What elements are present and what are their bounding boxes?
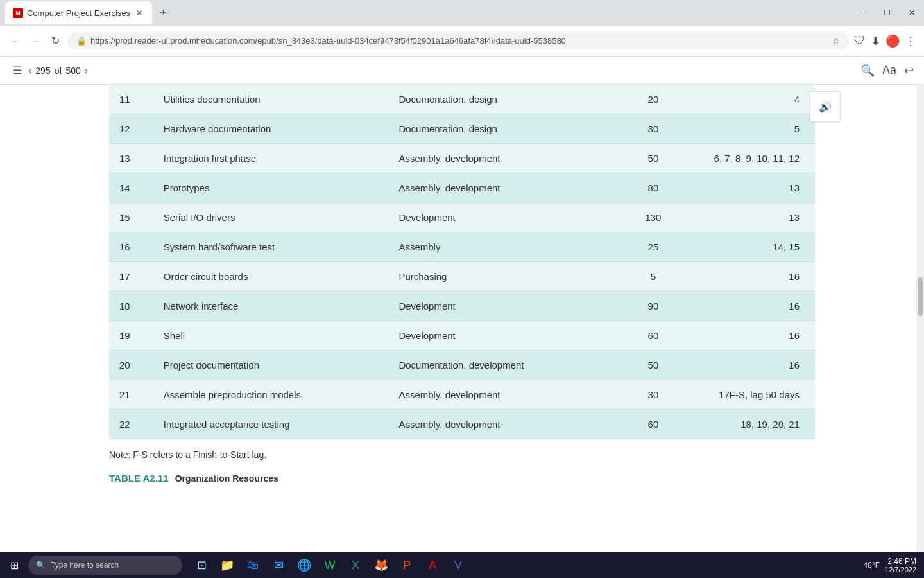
table-row: 18 Network interface Development 90 16	[109, 292, 815, 321]
profile-icon[interactable]: 🔴	[886, 34, 900, 48]
scrollbar[interactable]	[916, 85, 924, 552]
cell-num: 16	[109, 232, 153, 262]
taskbar-app-file-explorer[interactable]: 📁	[216, 554, 239, 577]
start-button[interactable]: ⊞	[3, 554, 26, 577]
cell-pred: 6, 7, 8, 9, 10, 11, 12	[683, 144, 815, 173]
maximize-button[interactable]: ☐	[880, 7, 894, 19]
taskbar-temp: 48°F	[864, 561, 880, 570]
taskbar-app-powerpoint[interactable]: P	[395, 554, 418, 577]
taskbar-time-value: 2:46 PM	[885, 557, 916, 566]
cell-time: 30	[624, 114, 683, 144]
table-row: 17 Order circuit boards Purchasing 5 16	[109, 262, 815, 292]
tab-title: Computer Project Exercises	[27, 8, 130, 18]
toc-button[interactable]: ☰	[10, 62, 24, 79]
cell-num: 14	[109, 173, 153, 203]
next-page-button[interactable]: ›	[85, 65, 88, 76]
content-area: 🔊 11 Utilities documentation Documentati…	[83, 85, 841, 496]
taskbar-app-word[interactable]: W	[318, 554, 341, 577]
note-text: Note: F-S refers to a Finish-to-Start la…	[109, 450, 815, 460]
cell-num: 21	[109, 380, 153, 410]
taskbar-search[interactable]: 🔍 Type here to search	[28, 556, 182, 575]
table-label: TABLE A2.11	[109, 473, 169, 484]
security-icon: 🔒	[76, 36, 87, 46]
cell-num: 12	[109, 114, 153, 144]
cell-name: Serial I/O drivers	[153, 203, 389, 232]
cell-time: 5	[624, 262, 683, 292]
cell-name: Shell	[153, 321, 389, 351]
cell-dept: Documentation, design	[388, 114, 624, 144]
back-button[interactable]: ←	[8, 33, 23, 49]
cell-dept: Documentation, development	[388, 351, 624, 380]
table-desc: Organization Resources	[175, 473, 278, 484]
cell-num: 11	[109, 85, 153, 114]
close-button[interactable]: ✕	[905, 7, 919, 19]
cell-pred: 5	[683, 114, 815, 144]
taskbar-search-icon: 🔍	[36, 561, 46, 570]
tab-close-button[interactable]: ✕	[134, 6, 144, 19]
taskbar-app-mail[interactable]: ✉	[267, 554, 290, 577]
reader-search-icon[interactable]: 🔍	[860, 64, 875, 78]
audio-button[interactable]: 🔊	[810, 91, 841, 122]
new-tab-button[interactable]: +	[155, 4, 172, 22]
cell-time: 60	[624, 321, 683, 351]
address-box[interactable]: 🔒 https://prod.reader-ui.prod.mheducatio…	[67, 32, 849, 49]
cell-time: 90	[624, 292, 683, 321]
back-navigation-icon[interactable]: ↩	[904, 64, 914, 78]
browser-tab[interactable]: M Computer Project Exercises ✕	[5, 1, 152, 24]
page-current: 295	[35, 66, 50, 76]
cell-pred: 14, 15	[683, 232, 815, 262]
cell-pred: 16	[683, 321, 815, 351]
cell-num: 15	[109, 203, 153, 232]
cell-name: Utilities documentation	[153, 85, 389, 114]
taskbar-app-visio[interactable]: V	[447, 554, 470, 577]
taskbar-search-placeholder: Type here to search	[51, 561, 119, 570]
cell-name: Network interface	[153, 292, 389, 321]
cell-time: 50	[624, 144, 683, 173]
table-row: 19 Shell Development 60 16	[109, 321, 815, 351]
taskbar-app-firefox[interactable]: 🦊	[370, 554, 393, 577]
taskbar-app-edge[interactable]: 🌐	[293, 554, 316, 577]
cell-num: 19	[109, 321, 153, 351]
taskbar-apps: ⊡ 📁 🛍 ✉ 🌐 W X 🦊 P A V	[190, 554, 470, 577]
taskbar-app-acrobat[interactable]: A	[421, 554, 444, 577]
browser-menu-icon[interactable]: ⋮	[905, 34, 916, 48]
cell-dept: Development	[388, 203, 624, 232]
cell-time: 25	[624, 232, 683, 262]
taskbar-right: 48°F 2:46 PM 12/7/2022	[864, 557, 921, 574]
cell-pred: 13	[683, 203, 815, 232]
cell-dept: Assembly, development	[388, 410, 624, 439]
cell-num: 13	[109, 144, 153, 173]
refresh-button[interactable]: ↻	[49, 32, 62, 49]
cell-pred: 16	[683, 351, 815, 380]
address-text: https://prod.reader-ui.prod.mheducation.…	[90, 36, 828, 46]
extensions-icon[interactable]: 🛡	[854, 34, 866, 48]
taskbar-app-task-view[interactable]: ⊡	[190, 554, 213, 577]
title-bar-controls: — ☐ ✕	[854, 7, 919, 19]
reader-toolbar-right: 🔍 Aa ↩	[860, 64, 914, 78]
taskbar: ⊞ 🔍 Type here to search ⊡ 📁 🛍 ✉ 🌐 W X 🦊 …	[0, 552, 924, 578]
cell-pred: 18, 19, 20, 21	[683, 410, 815, 439]
table-row: 13 Integration first phase Assembly, dev…	[109, 144, 815, 173]
taskbar-app-excel[interactable]: X	[344, 554, 367, 577]
cell-pred: 16	[683, 262, 815, 292]
bookmark-icon[interactable]: ☆	[832, 36, 840, 46]
cell-time: 60	[624, 410, 683, 439]
cell-name: System hard/software test	[153, 232, 389, 262]
main-content: 🔊 11 Utilities documentation Documentati…	[0, 85, 924, 552]
cell-name: Assemble preproduction models	[153, 380, 389, 410]
forward-button[interactable]: →	[28, 33, 44, 49]
table-row: 16 System hard/software test Assembly 25…	[109, 232, 815, 262]
cell-pred: 13	[683, 173, 815, 203]
download-icon[interactable]: ⬇	[871, 34, 880, 48]
browser-toolbar-right: 🛡 ⬇ 🔴 ⋮	[854, 34, 916, 48]
cell-dept: Assembly, development	[388, 380, 624, 410]
cell-name: Order circuit boards	[153, 262, 389, 292]
prev-page-button[interactable]: ‹	[28, 65, 31, 76]
minimize-button[interactable]: —	[854, 7, 869, 19]
cell-name: Hardware documentation	[153, 114, 389, 144]
font-settings-button[interactable]: Aa	[882, 64, 896, 77]
taskbar-app-store[interactable]: 🛍	[241, 554, 264, 577]
cell-name: Integration first phase	[153, 144, 389, 173]
cell-dept: Assembly, development	[388, 173, 624, 203]
title-bar: M Computer Project Exercises ✕ + — ☐ ✕	[0, 0, 924, 26]
